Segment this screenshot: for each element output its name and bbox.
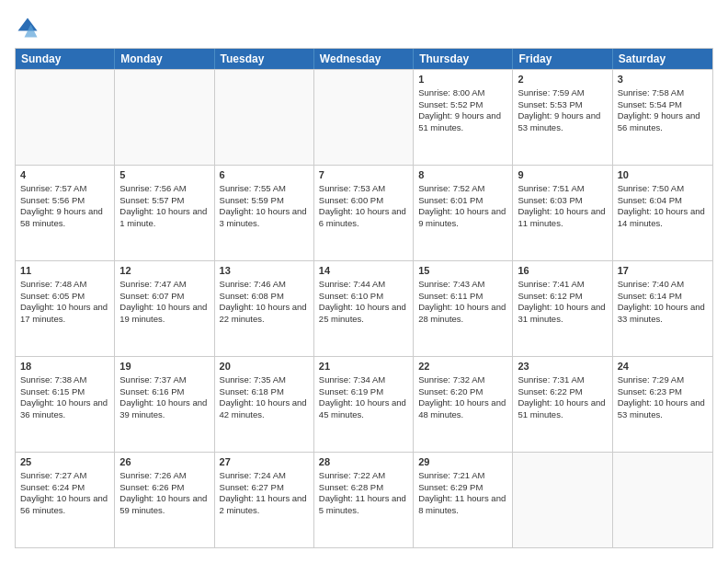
- day-number: 13: [220, 264, 309, 278]
- cal-cell-4-0: 25Sunrise: 7:27 AMSunset: 6:24 PMDayligh…: [16, 453, 115, 547]
- day-data-line: Sunrise: 7:24 AM: [220, 470, 309, 482]
- cal-cell-3-3: 21Sunrise: 7:34 AMSunset: 6:19 PMDayligh…: [314, 357, 414, 452]
- day-data-line: Sunrise: 7:32 AM: [418, 374, 507, 386]
- day-data-line: Sunset: 6:03 PM: [518, 195, 607, 207]
- day-data-line: Daylight: 9 hours and 53 minutes.: [518, 110, 607, 134]
- cal-cell-2-6: 17Sunrise: 7:40 AMSunset: 6:14 PMDayligh…: [613, 261, 712, 356]
- day-data-line: Daylight: 11 hours and 2 minutes.: [220, 493, 309, 517]
- day-number: 25: [20, 455, 109, 469]
- day-data-line: Sunset: 5:59 PM: [220, 195, 309, 207]
- day-data-line: Sunrise: 7:58 AM: [618, 87, 708, 99]
- day-data-line: Sunset: 6:04 PM: [618, 195, 708, 207]
- cal-cell-1-2: 6Sunrise: 7:55 AMSunset: 5:59 PMDaylight…: [215, 166, 314, 260]
- day-data-line: Daylight: 10 hours and 9 minutes.: [418, 206, 507, 230]
- cal-cell-1-3: 7Sunrise: 7:53 AMSunset: 6:00 PMDaylight…: [314, 166, 414, 260]
- day-data-line: Sunrise: 7:34 AM: [319, 374, 408, 386]
- cal-cell-4-6: [613, 453, 712, 547]
- day-data-line: Daylight: 9 hours and 51 minutes.: [418, 110, 507, 134]
- day-data-line: Daylight: 10 hours and 14 minutes.: [618, 206, 708, 230]
- day-number: 15: [418, 264, 507, 278]
- day-data-line: Daylight: 10 hours and 48 minutes.: [418, 397, 507, 421]
- day-data-line: Sunrise: 7:21 AM: [418, 470, 507, 482]
- day-number: 22: [418, 360, 507, 373]
- day-data-line: Daylight: 10 hours and 42 minutes.: [220, 397, 309, 421]
- day-number: 17: [618, 264, 708, 278]
- day-data-line: Sunset: 5:53 PM: [518, 99, 607, 111]
- day-data-line: Daylight: 10 hours and 33 minutes.: [618, 302, 708, 326]
- cal-row-4: 25Sunrise: 7:27 AMSunset: 6:24 PMDayligh…: [16, 452, 712, 547]
- day-data-line: Sunset: 6:19 PM: [319, 386, 408, 398]
- cal-row-1: 4Sunrise: 7:57 AMSunset: 5:56 PMDaylight…: [16, 165, 712, 260]
- day-number: 16: [518, 264, 607, 278]
- day-number: 28: [319, 455, 408, 469]
- day-data-line: Sunrise: 7:26 AM: [119, 470, 209, 482]
- day-data-line: Daylight: 10 hours and 25 minutes.: [319, 302, 408, 326]
- cal-header-sunday: Sunday: [16, 49, 115, 69]
- cal-cell-2-2: 13Sunrise: 7:46 AMSunset: 6:08 PMDayligh…: [215, 261, 314, 356]
- day-data-line: Sunrise: 7:35 AM: [220, 374, 309, 386]
- cal-cell-2-3: 14Sunrise: 7:44 AMSunset: 6:10 PMDayligh…: [314, 261, 414, 356]
- cal-cell-4-5: [513, 453, 612, 547]
- day-data-line: Sunrise: 7:27 AM: [20, 470, 109, 482]
- day-number: 8: [418, 168, 507, 182]
- cal-cell-0-6: 3Sunrise: 7:58 AMSunset: 5:54 PMDaylight…: [613, 70, 712, 165]
- day-number: 21: [319, 360, 408, 373]
- day-data-line: Sunset: 6:14 PM: [618, 291, 708, 303]
- day-number: 24: [618, 360, 708, 373]
- day-data-line: Daylight: 10 hours and 39 minutes.: [119, 397, 209, 421]
- cal-cell-3-2: 20Sunrise: 7:35 AMSunset: 6:18 PMDayligh…: [215, 357, 314, 452]
- day-data-line: Daylight: 10 hours and 11 minutes.: [518, 206, 607, 230]
- day-data-line: Sunset: 6:24 PM: [20, 482, 109, 494]
- cal-cell-2-4: 15Sunrise: 7:43 AMSunset: 6:11 PMDayligh…: [414, 261, 513, 356]
- day-data-line: Sunrise: 7:37 AM: [119, 374, 209, 386]
- day-data-line: Sunset: 6:08 PM: [220, 291, 309, 303]
- cal-cell-4-4: 29Sunrise: 7:21 AMSunset: 6:29 PMDayligh…: [414, 453, 513, 547]
- day-data-line: Sunrise: 7:53 AM: [319, 183, 408, 195]
- day-data-line: Sunset: 6:20 PM: [418, 386, 507, 398]
- day-number: 18: [20, 360, 109, 373]
- day-data-line: Sunrise: 7:43 AM: [418, 279, 507, 291]
- cal-cell-2-5: 16Sunrise: 7:41 AMSunset: 6:12 PMDayligh…: [513, 261, 612, 356]
- calendar-header-row: SundayMondayTuesdayWednesdayThursdayFrid…: [16, 49, 712, 69]
- day-data-line: Sunrise: 7:44 AM: [319, 279, 408, 291]
- cal-cell-2-0: 11Sunrise: 7:48 AMSunset: 6:05 PMDayligh…: [16, 261, 115, 356]
- cal-cell-2-1: 12Sunrise: 7:47 AMSunset: 6:07 PMDayligh…: [115, 261, 214, 356]
- day-data-line: Sunset: 6:07 PM: [119, 291, 209, 303]
- cal-cell-1-4: 8Sunrise: 7:52 AMSunset: 6:01 PMDaylight…: [414, 166, 513, 260]
- day-data-line: Sunrise: 7:47 AM: [119, 279, 209, 291]
- day-number: 11: [20, 264, 109, 278]
- day-data-line: Daylight: 10 hours and 59 minutes.: [119, 493, 209, 517]
- day-data-line: Sunset: 5:52 PM: [418, 99, 507, 111]
- day-data-line: Daylight: 11 hours and 5 minutes.: [319, 493, 408, 517]
- cal-header-tuesday: Tuesday: [215, 49, 314, 69]
- day-number: 7: [319, 168, 408, 182]
- day-number: 20: [220, 360, 309, 373]
- day-data-line: Sunrise: 7:38 AM: [20, 374, 109, 386]
- day-data-line: Daylight: 10 hours and 36 minutes.: [20, 397, 109, 421]
- day-data-line: Sunrise: 7:29 AM: [618, 374, 708, 386]
- day-data-line: Sunset: 6:28 PM: [319, 482, 408, 494]
- cal-cell-1-5: 9Sunrise: 7:51 AMSunset: 6:03 PMDaylight…: [513, 166, 612, 260]
- calendar: SundayMondayTuesdayWednesdayThursdayFrid…: [15, 48, 713, 548]
- day-data-line: Sunset: 6:29 PM: [418, 482, 507, 494]
- cal-cell-4-3: 28Sunrise: 7:22 AMSunset: 6:28 PMDayligh…: [314, 453, 414, 547]
- cal-cell-1-1: 5Sunrise: 7:56 AMSunset: 5:57 PMDaylight…: [115, 166, 214, 260]
- day-data-line: Daylight: 10 hours and 31 minutes.: [518, 302, 607, 326]
- cal-cell-0-2: [215, 70, 314, 165]
- day-data-line: Sunset: 6:22 PM: [518, 386, 607, 398]
- day-number: 14: [319, 264, 408, 278]
- day-data-line: Daylight: 10 hours and 56 minutes.: [20, 493, 109, 517]
- day-data-line: Sunrise: 7:22 AM: [319, 470, 408, 482]
- cal-cell-0-1: [115, 70, 214, 165]
- day-number: 2: [518, 73, 607, 86]
- day-data-line: Daylight: 10 hours and 19 minutes.: [119, 302, 209, 326]
- cal-cell-0-3: [314, 70, 414, 165]
- day-data-line: Sunset: 6:00 PM: [319, 195, 408, 207]
- day-data-line: Daylight: 11 hours and 8 minutes.: [418, 493, 507, 517]
- day-data-line: Sunset: 6:10 PM: [319, 291, 408, 303]
- cal-cell-3-6: 24Sunrise: 7:29 AMSunset: 6:23 PMDayligh…: [613, 357, 712, 452]
- cal-cell-0-5: 2Sunrise: 7:59 AMSunset: 5:53 PMDaylight…: [513, 70, 612, 165]
- day-number: 4: [20, 168, 109, 182]
- logo: [15, 15, 44, 40]
- day-data-line: Sunrise: 7:41 AM: [518, 279, 607, 291]
